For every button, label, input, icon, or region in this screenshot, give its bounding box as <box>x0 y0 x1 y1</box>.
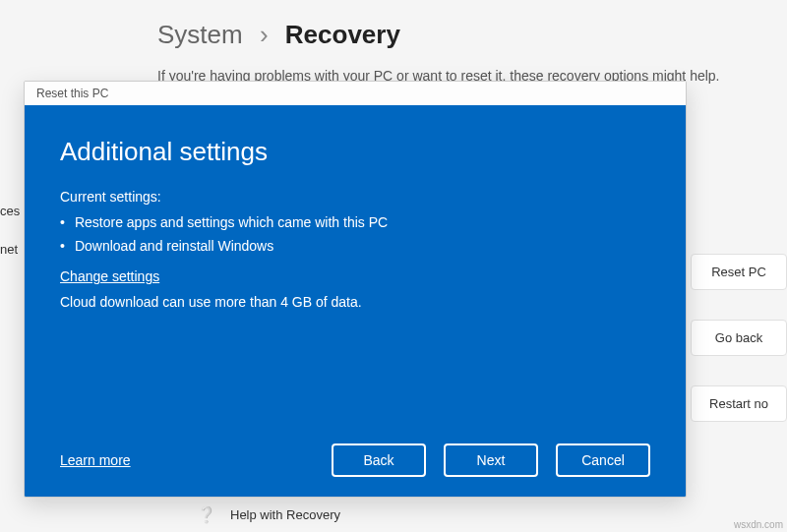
help-label: Help with Recovery <box>230 507 340 522</box>
list-item: Download and reinstall Windows <box>60 234 650 258</box>
watermark: wsxdn.com <box>734 519 783 530</box>
dialog-heading: Additional settings <box>60 137 650 167</box>
help-with-recovery-row[interactable]: ❔ Help with Recovery <box>197 505 340 524</box>
go-back-button[interactable]: Go back <box>691 320 787 356</box>
dialog-window-title: Reset this PC <box>25 82 686 105</box>
current-settings-list: Restore apps and settings which came wit… <box>60 210 650 258</box>
breadcrumb-separator: › <box>260 20 269 49</box>
reset-pc-button[interactable]: Reset PC <box>691 254 787 290</box>
reset-this-pc-dialog: Reset this PC Additional settings Curren… <box>24 81 687 498</box>
breadcrumb: System › Recovery <box>0 20 787 50</box>
change-settings-link[interactable]: Change settings <box>60 268 159 284</box>
dialog-footer: Learn more Back Next Cancel <box>60 443 650 477</box>
breadcrumb-parent[interactable]: System <box>157 20 243 49</box>
sidebar-item-fragment[interactable]: net <box>0 230 22 268</box>
cloud-download-note: Cloud download can use more than 4 GB of… <box>60 294 650 310</box>
learn-more-link[interactable]: Learn more <box>60 452 131 468</box>
next-button[interactable]: Next <box>444 443 538 477</box>
help-icon: ❔ <box>197 505 216 524</box>
cancel-button[interactable]: Cancel <box>556 443 650 477</box>
sidebar-fragment: ces net <box>0 192 22 268</box>
breadcrumb-current: Recovery <box>285 20 400 49</box>
back-button[interactable]: Back <box>332 443 426 477</box>
sidebar-item-fragment[interactable]: ces <box>0 192 22 230</box>
list-item: Restore apps and settings which came wit… <box>60 210 650 234</box>
current-settings-label: Current settings: <box>60 189 650 205</box>
restart-now-button[interactable]: Restart no <box>691 385 787 422</box>
dialog-body: Additional settings Current settings: Re… <box>25 105 686 497</box>
recovery-action-buttons: Reset PC Go back Restart no <box>691 254 787 422</box>
